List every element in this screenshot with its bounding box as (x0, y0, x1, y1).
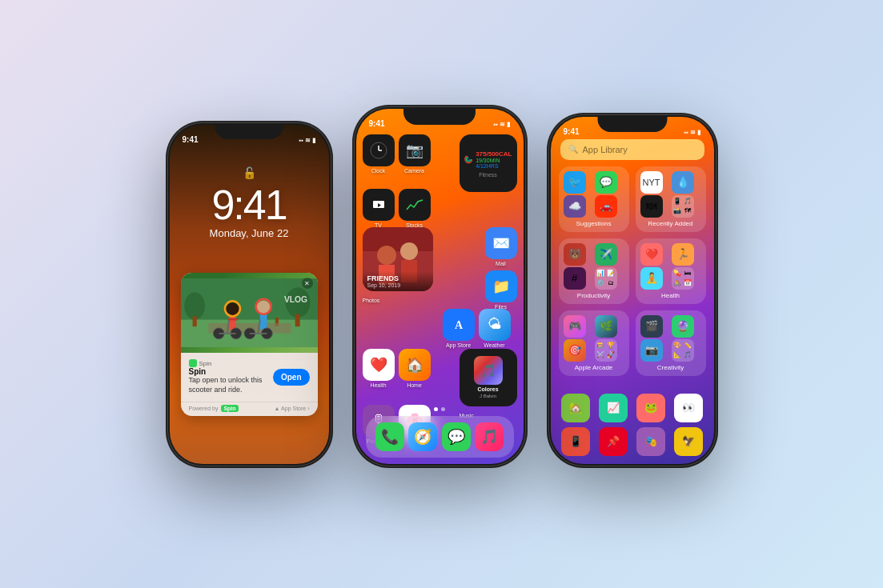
lr-icon: 📷 (640, 339, 663, 362)
notification-app-name: Spin (189, 359, 273, 367)
dock-safari[interactable]: 🧭 (408, 422, 437, 451)
productivity-apps-grid: 🐻 ✈️ # 📊📝⚙️🗂 (564, 243, 624, 290)
svg-point-36 (377, 246, 396, 265)
notification-powered-by: Powered by Spin (189, 406, 239, 411)
app-general[interactable]: 📱 (559, 427, 592, 456)
app-eyes[interactable]: 👀 (672, 394, 705, 422)
svg-point-12 (224, 302, 239, 317)
arcade-game3-icon: 🎯 (564, 339, 586, 362)
notification-open-button[interactable]: Open (273, 369, 310, 386)
status-icons-right: ▪▪ ≋ ▮ (684, 129, 700, 136)
phone-icon: 📞 (375, 422, 404, 451)
camera-label: Camera (404, 168, 424, 174)
dock-phone[interactable]: 📞 (375, 422, 404, 451)
library-folder-health[interactable]: ❤️ 🏃 🧘 💊🛏🚴📅 Health (636, 238, 706, 304)
lock-icon: 🔓 (170, 166, 329, 179)
app-clock[interactable]: Clock (363, 134, 395, 174)
page-dots (356, 407, 524, 411)
app-camera[interactable]: 📷 Camera (399, 134, 431, 174)
notification-content: Spin Spin Tap open to unlock this scoote… (181, 353, 318, 401)
appstore-icon: A (443, 309, 475, 341)
app-go[interactable]: 🦅 (672, 427, 705, 456)
home-screen-display: 9:41 ▪▪ ≋ ▮ Clock 📷 Camera (356, 109, 524, 464)
status-time-left: 9:41 (183, 135, 199, 144)
search-placeholder: App Library (583, 145, 628, 154)
bottom-app-row-2: 📱 📌 🎭 🦅 (559, 427, 706, 456)
robinhood-icon: 📈 (599, 394, 628, 422)
app-health[interactable]: ❤️ Health (363, 349, 395, 388)
friends-date: Sep 10, 2019 (367, 282, 428, 288)
files-icon: 📁 (485, 270, 517, 302)
notification-app-store-link[interactable]: ▲ App Store › (275, 406, 310, 411)
notch-right (597, 117, 667, 132)
close-button[interactable]: ✕ (302, 278, 313, 289)
home-label: Home (407, 382, 422, 388)
dock-music-icon: 🎵 (475, 422, 504, 451)
app-appstore[interactable]: A App Store (443, 309, 475, 348)
notification-body: Tap open to unlock this scooter and ride… (189, 376, 273, 394)
notification-title: Spin (189, 367, 273, 376)
health-label: Health (370, 382, 386, 388)
arcade-game2-icon: 🌿 (595, 315, 617, 338)
bear-icon: 🐻 (564, 243, 586, 266)
app-files[interactable]: 📁 Files (485, 270, 517, 310)
home-icon: 🏠 (399, 349, 431, 381)
app-home[interactable]: 🏠 Home (399, 349, 431, 388)
phone-app-library: 9:41 ▪▪ ≋ ▮ 🔍 App Library 🐦 (548, 114, 716, 466)
app-tv[interactable]: TV (363, 189, 395, 228)
library-folder-arcade[interactable]: 🎮 🌿 🎯 🎰🏆⚔️🚀 Apple Arcade (559, 310, 629, 376)
lock-screen-bg: 9:41 ▪▪ ≋ ▮ 🔓 9:41 Monday, June 22 ✕ (170, 125, 329, 464)
status-time-right: 9:41 (564, 127, 580, 136)
library-folder-productivity[interactable]: 🐻 ✈️ # 📊📝⚙️🗂 Productivity (559, 238, 629, 304)
cloud-icon: ☁️ (564, 195, 586, 218)
recently-apps-grid: NYT 💧 🍽 📱🎵📸🗺 (640, 171, 701, 218)
svg-text:VLOG: VLOG (283, 295, 307, 304)
fitness-rings-svg (464, 148, 473, 170)
page-dot-2 (441, 407, 445, 411)
friends-title: FRIENDS (367, 274, 428, 282)
status-time-middle: 9:41 (369, 119, 385, 128)
recently-added-label: Recently Added (640, 220, 701, 227)
dock: 📞 🧭 💬 🎵 (366, 416, 514, 458)
health-mini-folder: 💊🛏🚴📅 (672, 267, 694, 290)
notification-card[interactable]: ✕ (181, 273, 318, 415)
meditate-icon: 🧘 (640, 267, 663, 290)
app-game[interactable]: 🐸 (634, 394, 668, 422)
fitness-cal: 375/500CAL (476, 150, 512, 158)
dock-messages[interactable]: 💬 (442, 422, 471, 451)
svg-point-30 (467, 158, 469, 160)
svg-rect-3 (192, 316, 196, 326)
fitness-stats: 375/500CAL 19/30MIN 4/12HRS (476, 150, 512, 169)
app-robinhood[interactable]: 📈 (596, 394, 630, 422)
app-library-grid: 🐦 💬 ☁️ 🚗 Suggestions NYT (559, 166, 706, 376)
water-icon: 💧 (672, 171, 694, 194)
twitter-icon: 🐦 (564, 171, 586, 194)
app-mail[interactable]: ✉️ Mail (485, 227, 517, 266)
app-stocks[interactable]: Stocks (399, 189, 431, 228)
stocks-icon (399, 189, 431, 221)
library-folder-recently-added[interactable]: NYT 💧 🍽 📱🎵📸🗺 Recently Added (636, 166, 706, 232)
mail-label: Mail (496, 261, 506, 266)
dock-music[interactable]: 🎵 (475, 422, 504, 451)
lock-screen-display: 9:41 ▪▪ ≋ ▮ 🔓 9:41 Monday, June 22 ✕ (170, 125, 329, 464)
ar-icon: 🔮 (672, 315, 694, 338)
library-folder-suggestions[interactable]: 🐦 💬 ☁️ 🚗 Suggestions (559, 166, 629, 232)
svg-point-38 (400, 242, 418, 260)
general-icon: 📱 (561, 427, 590, 456)
app-library-search[interactable]: 🔍 App Library (560, 139, 704, 160)
fitness-widget[interactable]: 375/500CAL 19/30MIN 4/12HRS Fitness (460, 134, 517, 192)
app-weather[interactable]: 🌤 Weather (479, 309, 511, 348)
creativity-mini-folder: 🎨✏️📐🎵 (672, 339, 694, 362)
health-lib-icon: ❤️ (640, 243, 663, 266)
app-library-display: 9:41 ▪▪ ≋ ▮ 🔍 App Library 🐦 (551, 117, 714, 464)
photos-friends-widget[interactable]: FRIENDS Sep 10, 2019 Photos (363, 227, 433, 306)
library-folder-creativity[interactable]: 🎬 🔮 📷 🎨✏️📐🎵 Creativity (636, 310, 706, 376)
notch-middle (403, 109, 476, 125)
app-pinterest[interactable]: 📌 (596, 427, 630, 456)
home-row-1: Clock 📷 Camera (363, 134, 517, 192)
app-houzz[interactable]: 🏡 (559, 394, 592, 422)
messages-icon: 💬 (442, 422, 471, 451)
messages-lib-icon: 💬 (595, 171, 617, 194)
photos-label: Photos (363, 298, 380, 303)
app-general2[interactable]: 🎭 (634, 427, 668, 456)
